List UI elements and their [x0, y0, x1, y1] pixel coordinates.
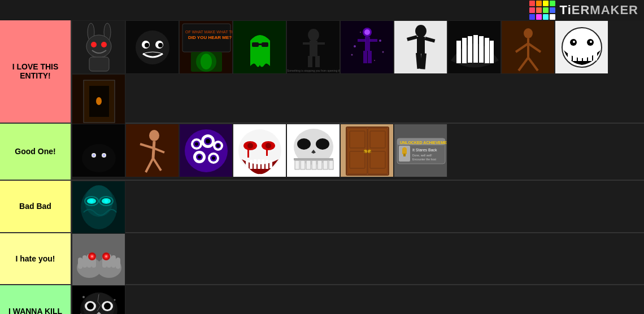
logo-cell	[543, 7, 549, 13]
svg-rect-64	[473, 35, 478, 46]
logo-cell	[529, 7, 535, 13]
svg-point-98	[149, 130, 159, 141]
svg-rect-83	[578, 50, 582, 61]
list-item	[125, 20, 179, 74]
svg-point-117	[198, 155, 201, 159]
svg-point-34	[364, 29, 370, 35]
svg-text:Something is stopping you from: Something is stopping you from opening t…	[287, 69, 340, 72]
svg-rect-132	[258, 159, 260, 169]
tier-label-kill: I WANNA KILL YOU SO BAD!	[0, 285, 71, 314]
svg-text:DID YOU HEAR ME?: DID YOU HEAR ME?	[188, 35, 232, 40]
list-item	[72, 124, 125, 177]
svg-rect-81	[568, 52, 572, 60]
svg-rect-143	[306, 160, 311, 169]
logo-cell	[536, 14, 542, 20]
svg-point-44	[360, 32, 361, 33]
logo-text: TiERMAKER	[560, 3, 638, 18]
list-item	[501, 20, 555, 74]
list-item	[340, 124, 394, 177]
tiermaker-container: TiERMAKER I LOVE THIS ENTITY!	[0, 0, 644, 314]
svg-point-19	[201, 54, 212, 69]
svg-point-199	[87, 303, 94, 309]
svg-rect-131	[254, 159, 256, 169]
svg-rect-60	[490, 52, 494, 63]
svg-rect-48	[417, 37, 425, 54]
svg-point-25	[308, 29, 319, 41]
svg-rect-6	[89, 57, 109, 71]
svg-rect-85	[588, 51, 592, 61]
svg-rect-186	[111, 255, 116, 268]
svg-rect-86	[593, 52, 597, 60]
svg-rect-164	[403, 154, 406, 156]
list-item	[72, 181, 125, 234]
svg-point-92	[82, 144, 116, 172]
svg-point-139	[316, 138, 329, 150]
svg-rect-62	[462, 38, 467, 50]
tier-label-hate: I hate you!	[0, 233, 71, 284]
tier-items-bad	[71, 181, 644, 232]
tier-row-love: I LOVE THIS ENTITY!	[0, 20, 644, 124]
svg-point-209	[114, 299, 116, 301]
svg-point-90	[96, 97, 102, 105]
svg-point-42	[351, 54, 353, 56]
list-item	[340, 20, 394, 74]
svg-rect-135	[269, 160, 272, 168]
svg-rect-187	[116, 258, 120, 269]
tiers-area: I LOVE THIS ENTITY!	[0, 20, 644, 314]
logo-grid	[529, 1, 555, 20]
svg-rect-21	[252, 42, 259, 47]
list-item	[447, 20, 501, 74]
list-item	[286, 124, 340, 177]
svg-rect-36	[358, 39, 365, 42]
svg-rect-27	[303, 42, 311, 45]
svg-rect-55	[462, 49, 467, 63]
svg-rect-22	[262, 42, 268, 47]
svg-rect-66	[485, 38, 489, 49]
list-item	[72, 285, 125, 314]
tier-items-hate	[71, 233, 644, 284]
svg-point-47	[415, 25, 427, 37]
svg-rect-56	[468, 47, 472, 63]
svg-text:UNLOCKED ACHIEVEMENT: UNLOCKED ACHIEVEMENT	[400, 141, 447, 145]
svg-point-79	[573, 41, 575, 43]
svg-rect-23	[258, 43, 262, 45]
svg-rect-181	[82, 255, 87, 268]
tier-row-bad: Bad Bad	[0, 181, 644, 233]
svg-point-12	[158, 43, 163, 47]
svg-rect-39	[368, 51, 372, 63]
logo-cell	[550, 7, 555, 13]
list-item: OF WHAT MAKE WHAT THE DID YOU HEAR ME?	[179, 20, 233, 74]
svg-point-173	[90, 199, 93, 203]
svg-point-138	[297, 138, 311, 150]
svg-point-193	[105, 255, 107, 258]
tier-row-good: Good One!	[0, 124, 644, 181]
header: TiERMAKER	[0, 0, 644, 20]
svg-point-80	[590, 41, 592, 43]
svg-rect-57	[473, 46, 478, 63]
svg-point-126	[266, 143, 271, 149]
tier-row-kill: I WANNA KILL YOU SO BAD!	[0, 285, 644, 314]
svg-rect-141	[295, 160, 299, 169]
svg-rect-146	[323, 160, 328, 169]
svg-rect-61	[456, 41, 461, 52]
svg-point-3	[86, 35, 111, 58]
list-item	[179, 124, 233, 177]
svg-text:Done, well well!: Done, well well!	[412, 154, 432, 157]
svg-rect-140	[294, 158, 333, 160]
svg-rect-84	[583, 50, 587, 61]
svg-line-99	[153, 141, 154, 158]
svg-point-120	[212, 156, 215, 160]
svg-rect-180	[78, 258, 82, 269]
logo-cell	[543, 14, 549, 20]
svg-rect-58	[479, 47, 484, 63]
svg-point-41	[379, 40, 381, 42]
logo-cell	[550, 1, 555, 6]
svg-point-114	[216, 144, 220, 147]
svg-rect-147	[329, 160, 333, 169]
list-item: UNLOCKED ACHIEVEMENT It Stares Back Done…	[394, 124, 447, 177]
svg-rect-63	[468, 36, 472, 47]
svg-rect-127	[247, 149, 249, 158]
svg-point-5	[101, 42, 107, 47]
svg-point-125	[247, 143, 253, 149]
svg-rect-26	[310, 41, 317, 56]
